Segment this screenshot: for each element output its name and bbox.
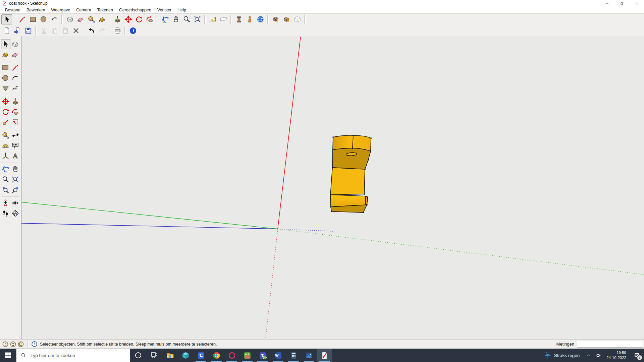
toggle-terrain-button[interactable]: [218, 14, 229, 24]
cut-button[interactable]: [38, 26, 49, 36]
claim-model-button[interactable]: [10, 341, 16, 348]
eraser-button[interactable]: [75, 14, 86, 24]
freehand-tool-button[interactable]: [10, 83, 20, 94]
taskbar-app-calculator[interactable]: [286, 349, 301, 362]
menu-weergave[interactable]: Weergave: [48, 8, 73, 12]
meet-now-button[interactable]: [593, 349, 603, 362]
new-building-button[interactable]: [292, 14, 303, 24]
axes-tool-button[interactable]: [1, 151, 10, 161]
photo-textures-button[interactable]: [233, 14, 244, 24]
save-button[interactable]: [23, 26, 34, 36]
taskbar-app-opera-gx[interactable]: [224, 349, 239, 362]
zoom-extents-tool-button[interactable]: [10, 174, 20, 185]
rectangle-tool-button[interactable]: [1, 62, 10, 73]
menu-bewerken[interactable]: Bewerken: [23, 8, 48, 12]
rotate-button[interactable]: [133, 14, 144, 24]
make-component-tool-button[interactable]: [10, 39, 20, 49]
taskbar-app-file-explorer[interactable]: [162, 349, 178, 362]
task-view-button[interactable]: [146, 349, 162, 362]
minimize-button[interactable]: [600, 0, 614, 7]
taskbar-app-word[interactable]: [270, 349, 286, 362]
orbit-button[interactable]: [160, 14, 170, 24]
menu-gereedschappen[interactable]: Gereedschappen: [116, 8, 154, 12]
search-input[interactable]: [30, 353, 128, 358]
taskbar-app-sims[interactable]: [239, 349, 255, 362]
follow-me-tool-button[interactable]: [10, 107, 20, 117]
measurements-input[interactable]: [577, 341, 643, 348]
follow-me-button[interactable]: [144, 14, 155, 24]
rotate-tool-button[interactable]: [1, 107, 10, 117]
geo-location-button[interactable]: [2, 341, 9, 348]
copy-button[interactable]: [49, 26, 60, 36]
menu-help[interactable]: Help: [174, 8, 189, 12]
circle-button[interactable]: [38, 14, 49, 24]
eraser-tool-button[interactable]: [10, 49, 20, 60]
add-location-button[interactable]: [207, 14, 218, 24]
zoom-tool-button[interactable]: [1, 174, 10, 185]
move-tool-button[interactable]: [1, 96, 10, 107]
polygon-tool-button[interactable]: [1, 83, 10, 94]
menu-tekenen[interactable]: Tekenen: [94, 8, 116, 12]
line-button[interactable]: [17, 14, 28, 24]
walk-tool-button[interactable]: [1, 208, 10, 219]
paint-bucket-tool-button[interactable]: [1, 49, 10, 60]
close-button[interactable]: [629, 0, 644, 7]
taskbar-app-photos[interactable]: [301, 349, 317, 362]
arc-tool-button[interactable]: [10, 73, 20, 83]
section-plane-tool-button[interactable]: [10, 208, 20, 219]
model-person-button[interactable]: [244, 14, 255, 24]
paint-bucket-button[interactable]: [97, 14, 107, 24]
model-info-button[interactable]: [127, 26, 138, 36]
previous-view-tool-button[interactable]: [1, 185, 10, 195]
get-models-button[interactable]: [270, 14, 281, 24]
protractor-tool-button[interactable]: [1, 140, 10, 151]
drawing-canvas[interactable]: [21, 36, 644, 339]
cortana-button[interactable]: [130, 349, 146, 362]
restore-button[interactable]: [614, 0, 629, 7]
menu-bestand[interactable]: Bestand: [2, 8, 23, 12]
start-button[interactable]: [0, 349, 16, 362]
move-button[interactable]: [123, 14, 133, 24]
delete-button[interactable]: [70, 26, 81, 36]
undo-button[interactable]: [86, 26, 97, 36]
google-earth-button[interactable]: [255, 14, 266, 24]
line-tool-button[interactable]: [10, 62, 20, 73]
taskbar-app-sketchup[interactable]: [317, 349, 332, 362]
model-coat-hook[interactable]: [330, 135, 372, 213]
new-document-button[interactable]: [1, 26, 12, 36]
push-pull-button[interactable]: [112, 14, 123, 24]
3d-text-tool-button[interactable]: [10, 151, 20, 161]
taskbar-app-c-app[interactable]: [193, 349, 209, 362]
push-pull-tool-button[interactable]: [10, 96, 20, 107]
action-center-button[interactable]: 1: [629, 349, 644, 362]
taskbar-clock[interactable]: 19:59 24-10-2022: [603, 349, 629, 362]
taskbar-app-teams[interactable]: [255, 349, 270, 362]
print-button[interactable]: [112, 26, 123, 36]
arc-button[interactable]: [49, 14, 60, 24]
orbit-tool-button[interactable]: [1, 164, 10, 174]
scale-tool-button[interactable]: [1, 117, 10, 127]
help-icon[interactable]: [31, 341, 38, 347]
offset-tool-button[interactable]: [10, 117, 20, 127]
circle-tool-button[interactable]: [1, 73, 10, 83]
make-component-button[interactable]: [64, 14, 75, 24]
tape-measure-button[interactable]: [86, 14, 97, 24]
pan-tool-button[interactable]: [10, 164, 20, 174]
share-models-button[interactable]: [281, 14, 292, 24]
look-around-tool-button[interactable]: [10, 198, 20, 208]
pan-button[interactable]: [170, 14, 181, 24]
taskbar-app-chrome[interactable]: [209, 349, 224, 362]
menu-camera[interactable]: Camera: [73, 8, 94, 12]
weather-widget[interactable]: Straks regen: [540, 349, 584, 362]
taskbar-app-cube-app[interactable]: [178, 349, 193, 362]
text-tool-button[interactable]: [10, 140, 20, 151]
taskbar-search[interactable]: [16, 349, 130, 362]
select-tool-button[interactable]: [1, 39, 10, 49]
credits-button[interactable]: [17, 341, 24, 348]
paste-button[interactable]: [60, 26, 70, 36]
rectangle-button[interactable]: [28, 14, 38, 24]
zoom-button[interactable]: [181, 14, 192, 24]
redo-button[interactable]: [97, 26, 107, 36]
dimension-tool-button[interactable]: [10, 130, 20, 140]
open-document-button[interactable]: [12, 26, 23, 36]
